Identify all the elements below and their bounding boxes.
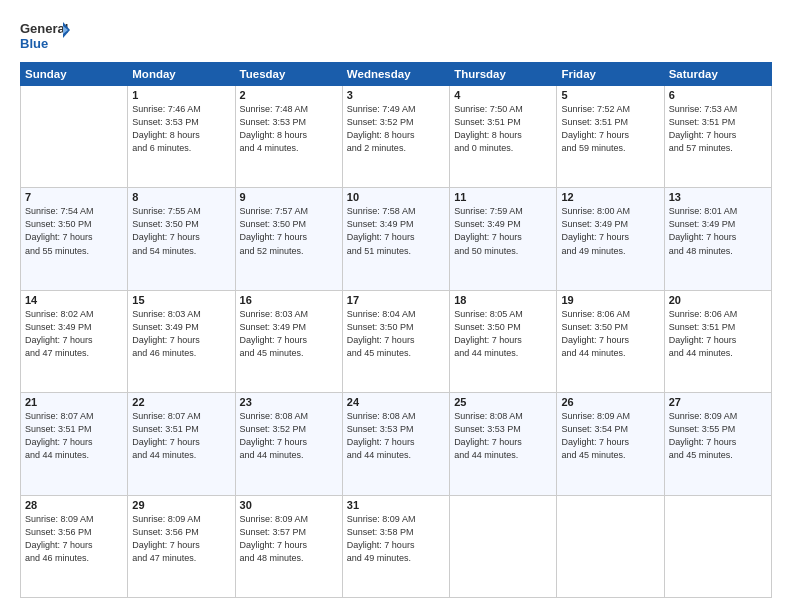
day-cell bbox=[664, 495, 771, 597]
day-number: 27 bbox=[669, 396, 767, 408]
col-header-tuesday: Tuesday bbox=[235, 63, 342, 86]
day-number: 12 bbox=[561, 191, 659, 203]
day-info: Sunrise: 8:08 AMSunset: 3:53 PMDaylight:… bbox=[347, 410, 445, 462]
calendar-table: SundayMondayTuesdayWednesdayThursdayFrid… bbox=[20, 62, 772, 598]
day-info: Sunrise: 7:59 AMSunset: 3:49 PMDaylight:… bbox=[454, 205, 552, 257]
day-cell: 25Sunrise: 8:08 AMSunset: 3:53 PMDayligh… bbox=[450, 393, 557, 495]
day-number: 15 bbox=[132, 294, 230, 306]
day-info: Sunrise: 7:57 AMSunset: 3:50 PMDaylight:… bbox=[240, 205, 338, 257]
day-info: Sunrise: 8:05 AMSunset: 3:50 PMDaylight:… bbox=[454, 308, 552, 360]
week-row-3: 14Sunrise: 8:02 AMSunset: 3:49 PMDayligh… bbox=[21, 290, 772, 392]
svg-text:General: General bbox=[20, 21, 68, 36]
day-number: 28 bbox=[25, 499, 123, 511]
day-cell: 29Sunrise: 8:09 AMSunset: 3:56 PMDayligh… bbox=[128, 495, 235, 597]
day-number: 26 bbox=[561, 396, 659, 408]
day-info: Sunrise: 8:01 AMSunset: 3:49 PMDaylight:… bbox=[669, 205, 767, 257]
day-cell: 19Sunrise: 8:06 AMSunset: 3:50 PMDayligh… bbox=[557, 290, 664, 392]
day-number: 14 bbox=[25, 294, 123, 306]
week-row-4: 21Sunrise: 8:07 AMSunset: 3:51 PMDayligh… bbox=[21, 393, 772, 495]
day-cell: 13Sunrise: 8:01 AMSunset: 3:49 PMDayligh… bbox=[664, 188, 771, 290]
col-header-friday: Friday bbox=[557, 63, 664, 86]
day-cell: 22Sunrise: 8:07 AMSunset: 3:51 PMDayligh… bbox=[128, 393, 235, 495]
svg-text:Blue: Blue bbox=[20, 36, 48, 51]
day-cell: 24Sunrise: 8:08 AMSunset: 3:53 PMDayligh… bbox=[342, 393, 449, 495]
day-info: Sunrise: 7:52 AMSunset: 3:51 PMDaylight:… bbox=[561, 103, 659, 155]
day-number: 8 bbox=[132, 191, 230, 203]
day-cell: 4Sunrise: 7:50 AMSunset: 3:51 PMDaylight… bbox=[450, 86, 557, 188]
calendar-header-row: SundayMondayTuesdayWednesdayThursdayFrid… bbox=[21, 63, 772, 86]
day-cell: 28Sunrise: 8:09 AMSunset: 3:56 PMDayligh… bbox=[21, 495, 128, 597]
day-number: 3 bbox=[347, 89, 445, 101]
week-row-5: 28Sunrise: 8:09 AMSunset: 3:56 PMDayligh… bbox=[21, 495, 772, 597]
day-cell: 1Sunrise: 7:46 AMSunset: 3:53 PMDaylight… bbox=[128, 86, 235, 188]
day-cell: 17Sunrise: 8:04 AMSunset: 3:50 PMDayligh… bbox=[342, 290, 449, 392]
day-cell: 15Sunrise: 8:03 AMSunset: 3:49 PMDayligh… bbox=[128, 290, 235, 392]
day-cell: 18Sunrise: 8:05 AMSunset: 3:50 PMDayligh… bbox=[450, 290, 557, 392]
day-number: 20 bbox=[669, 294, 767, 306]
col-header-saturday: Saturday bbox=[664, 63, 771, 86]
day-info: Sunrise: 8:09 AMSunset: 3:57 PMDaylight:… bbox=[240, 513, 338, 565]
day-cell: 21Sunrise: 8:07 AMSunset: 3:51 PMDayligh… bbox=[21, 393, 128, 495]
day-info: Sunrise: 7:50 AMSunset: 3:51 PMDaylight:… bbox=[454, 103, 552, 155]
day-info: Sunrise: 8:09 AMSunset: 3:55 PMDaylight:… bbox=[669, 410, 767, 462]
day-cell: 30Sunrise: 8:09 AMSunset: 3:57 PMDayligh… bbox=[235, 495, 342, 597]
day-number: 19 bbox=[561, 294, 659, 306]
day-number: 24 bbox=[347, 396, 445, 408]
col-header-monday: Monday bbox=[128, 63, 235, 86]
day-info: Sunrise: 8:09 AMSunset: 3:58 PMDaylight:… bbox=[347, 513, 445, 565]
day-number: 11 bbox=[454, 191, 552, 203]
day-cell: 12Sunrise: 8:00 AMSunset: 3:49 PMDayligh… bbox=[557, 188, 664, 290]
day-number: 1 bbox=[132, 89, 230, 101]
day-number: 29 bbox=[132, 499, 230, 511]
day-number: 31 bbox=[347, 499, 445, 511]
day-info: Sunrise: 7:58 AMSunset: 3:49 PMDaylight:… bbox=[347, 205, 445, 257]
day-info: Sunrise: 8:09 AMSunset: 3:56 PMDaylight:… bbox=[25, 513, 123, 565]
day-cell: 5Sunrise: 7:52 AMSunset: 3:51 PMDaylight… bbox=[557, 86, 664, 188]
day-cell: 6Sunrise: 7:53 AMSunset: 3:51 PMDaylight… bbox=[664, 86, 771, 188]
day-cell: 8Sunrise: 7:55 AMSunset: 3:50 PMDaylight… bbox=[128, 188, 235, 290]
day-info: Sunrise: 7:48 AMSunset: 3:53 PMDaylight:… bbox=[240, 103, 338, 155]
day-cell: 14Sunrise: 8:02 AMSunset: 3:49 PMDayligh… bbox=[21, 290, 128, 392]
day-info: Sunrise: 8:00 AMSunset: 3:49 PMDaylight:… bbox=[561, 205, 659, 257]
day-info: Sunrise: 8:09 AMSunset: 3:54 PMDaylight:… bbox=[561, 410, 659, 462]
day-cell bbox=[450, 495, 557, 597]
day-number: 18 bbox=[454, 294, 552, 306]
day-number: 30 bbox=[240, 499, 338, 511]
day-cell bbox=[21, 86, 128, 188]
day-info: Sunrise: 8:08 AMSunset: 3:53 PMDaylight:… bbox=[454, 410, 552, 462]
day-info: Sunrise: 8:03 AMSunset: 3:49 PMDaylight:… bbox=[132, 308, 230, 360]
col-header-sunday: Sunday bbox=[21, 63, 128, 86]
day-cell bbox=[557, 495, 664, 597]
day-number: 21 bbox=[25, 396, 123, 408]
day-cell: 16Sunrise: 8:03 AMSunset: 3:49 PMDayligh… bbox=[235, 290, 342, 392]
day-info: Sunrise: 8:09 AMSunset: 3:56 PMDaylight:… bbox=[132, 513, 230, 565]
day-info: Sunrise: 8:03 AMSunset: 3:49 PMDaylight:… bbox=[240, 308, 338, 360]
day-number: 7 bbox=[25, 191, 123, 203]
header: General Blue bbox=[20, 18, 772, 56]
day-number: 9 bbox=[240, 191, 338, 203]
day-info: Sunrise: 8:02 AMSunset: 3:49 PMDaylight:… bbox=[25, 308, 123, 360]
day-number: 16 bbox=[240, 294, 338, 306]
day-number: 6 bbox=[669, 89, 767, 101]
day-info: Sunrise: 8:08 AMSunset: 3:52 PMDaylight:… bbox=[240, 410, 338, 462]
day-number: 23 bbox=[240, 396, 338, 408]
day-info: Sunrise: 7:49 AMSunset: 3:52 PMDaylight:… bbox=[347, 103, 445, 155]
day-info: Sunrise: 7:46 AMSunset: 3:53 PMDaylight:… bbox=[132, 103, 230, 155]
col-header-thursday: Thursday bbox=[450, 63, 557, 86]
logo: General Blue bbox=[20, 18, 70, 56]
day-number: 13 bbox=[669, 191, 767, 203]
day-cell: 26Sunrise: 8:09 AMSunset: 3:54 PMDayligh… bbox=[557, 393, 664, 495]
logo-svg: General Blue bbox=[20, 18, 70, 56]
day-cell: 3Sunrise: 7:49 AMSunset: 3:52 PMDaylight… bbox=[342, 86, 449, 188]
day-info: Sunrise: 7:54 AMSunset: 3:50 PMDaylight:… bbox=[25, 205, 123, 257]
day-info: Sunrise: 8:07 AMSunset: 3:51 PMDaylight:… bbox=[25, 410, 123, 462]
day-cell: 20Sunrise: 8:06 AMSunset: 3:51 PMDayligh… bbox=[664, 290, 771, 392]
day-number: 17 bbox=[347, 294, 445, 306]
day-cell: 10Sunrise: 7:58 AMSunset: 3:49 PMDayligh… bbox=[342, 188, 449, 290]
day-info: Sunrise: 7:55 AMSunset: 3:50 PMDaylight:… bbox=[132, 205, 230, 257]
day-info: Sunrise: 8:06 AMSunset: 3:51 PMDaylight:… bbox=[669, 308, 767, 360]
day-cell: 2Sunrise: 7:48 AMSunset: 3:53 PMDaylight… bbox=[235, 86, 342, 188]
day-number: 25 bbox=[454, 396, 552, 408]
day-number: 10 bbox=[347, 191, 445, 203]
day-cell: 31Sunrise: 8:09 AMSunset: 3:58 PMDayligh… bbox=[342, 495, 449, 597]
